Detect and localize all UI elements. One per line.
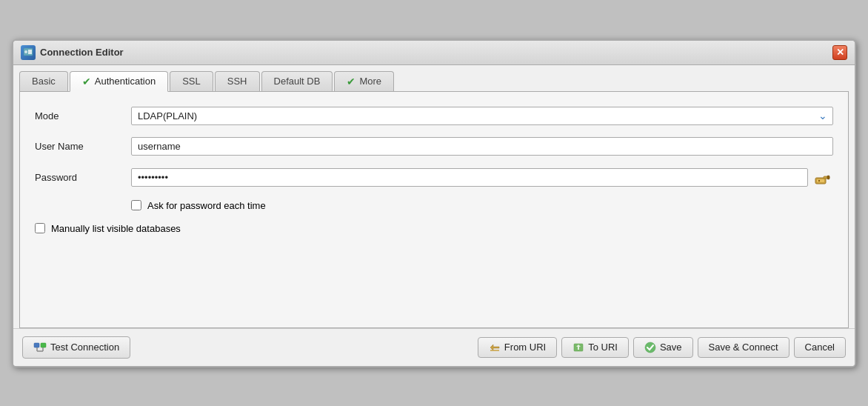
cancel-button[interactable]: Cancel — [794, 337, 846, 358]
from-uri-label: From URI — [504, 342, 546, 353]
tab-default-db[interactable]: Default DB — [261, 71, 333, 91]
tab-ssl[interactable]: SSL — [170, 71, 213, 91]
from-uri-button[interactable]: From URI — [478, 337, 557, 358]
dialog-title: Connection Editor — [40, 47, 124, 58]
mode-select-wrapper: LDAP(PLAIN) Password Kerberos Certificat… — [131, 107, 833, 125]
ask-password-checkbox[interactable] — [131, 200, 141, 210]
svg-rect-6 — [817, 179, 824, 182]
more-check-icon: ✔ — [347, 76, 355, 87]
svg-rect-11 — [41, 343, 46, 347]
svg-point-9 — [818, 179, 820, 181]
mode-control: LDAP(PLAIN) Password Kerberos Certificat… — [131, 107, 833, 125]
test-connection-label: Test Connection — [50, 342, 119, 353]
save-icon — [644, 342, 656, 353]
to-uri-button[interactable]: To URI — [561, 337, 629, 358]
tab-more-label: More — [359, 76, 381, 87]
save-connect-label: Save & Connect — [709, 342, 778, 353]
tab-more[interactable]: ✔ More — [334, 71, 394, 91]
manually-list-row: Manually list visible databases — [35, 223, 833, 234]
title-bar-left: Connection Editor — [21, 45, 124, 60]
close-button[interactable]: ✕ — [832, 45, 847, 60]
ask-password-row: Ask for password each time — [131, 200, 833, 211]
mode-select[interactable]: LDAP(PLAIN) Password Kerberos Certificat… — [131, 107, 833, 125]
content-area: Mode LDAP(PLAIN) Password Kerberos Certi… — [19, 91, 849, 328]
save-button[interactable]: Save — [633, 337, 693, 358]
manually-list-checkbox[interactable] — [35, 223, 45, 233]
manually-list-label: Manually list visible databases — [51, 223, 181, 234]
svg-rect-8 — [827, 176, 829, 179]
password-control — [131, 167, 833, 188]
to-uri-label: To URI — [588, 342, 618, 353]
tabs-container: Basic ✔ Authentication SSL SSH Default D… — [13, 65, 855, 91]
footer: Test Connection From URI To URI — [13, 328, 855, 366]
key-icon — [814, 169, 832, 187]
title-bar: Connection Editor ✕ — [13, 41, 855, 65]
footer-right: From URI To URI Save Save & Connect — [478, 337, 846, 358]
username-input[interactable] — [131, 137, 833, 156]
tab-ssh-label: SSH — [227, 76, 247, 87]
username-row: User Name — [35, 137, 833, 156]
tab-authentication[interactable]: ✔ Authentication — [70, 71, 168, 92]
tab-basic[interactable]: Basic — [19, 71, 68, 91]
from-uri-icon — [489, 342, 501, 353]
password-row: Password — [35, 167, 833, 188]
test-connection-button[interactable]: Test Connection — [22, 336, 130, 359]
tab-ssl-label: SSL — [182, 76, 201, 87]
password-input[interactable] — [131, 168, 808, 187]
mode-row: Mode LDAP(PLAIN) Password Kerberos Certi… — [35, 107, 833, 125]
mode-label: Mode — [35, 110, 124, 122]
test-connection-icon — [33, 341, 47, 354]
save-label: Save — [660, 342, 682, 353]
tab-authentication-label: Authentication — [95, 76, 156, 87]
connection-editor-dialog: Connection Editor ✕ Basic ✔ Authenticati… — [12, 39, 856, 367]
password-key-button[interactable] — [812, 167, 833, 188]
to-uri-icon — [572, 342, 584, 353]
username-control — [131, 137, 833, 156]
tab-ssh[interactable]: SSH — [215, 71, 260, 91]
svg-point-1 — [24, 50, 27, 53]
svg-rect-10 — [34, 343, 39, 347]
authentication-check-icon: ✔ — [82, 76, 91, 87]
password-label: Password — [35, 172, 124, 183]
save-connect-button[interactable]: Save & Connect — [698, 337, 789, 358]
tab-default-db-label: Default DB — [274, 76, 321, 87]
footer-left: Test Connection — [22, 336, 130, 359]
tab-basic-label: Basic — [32, 76, 56, 87]
dialog-icon — [21, 45, 36, 60]
ask-password-label: Ask for password each time — [147, 200, 266, 211]
username-label: User Name — [35, 141, 124, 152]
cancel-label: Cancel — [805, 342, 835, 353]
